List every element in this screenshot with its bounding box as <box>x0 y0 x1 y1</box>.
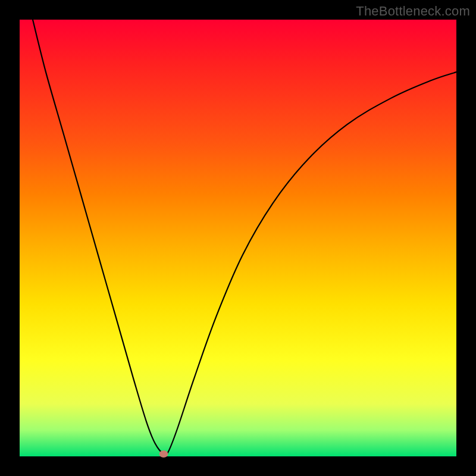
plot-area <box>20 20 456 456</box>
minimum-marker <box>159 450 168 458</box>
watermark-text: TheBottleneck.com <box>356 4 470 19</box>
chart-frame: TheBottleneck.com <box>0 0 476 476</box>
bottleneck-curve <box>20 20 456 456</box>
